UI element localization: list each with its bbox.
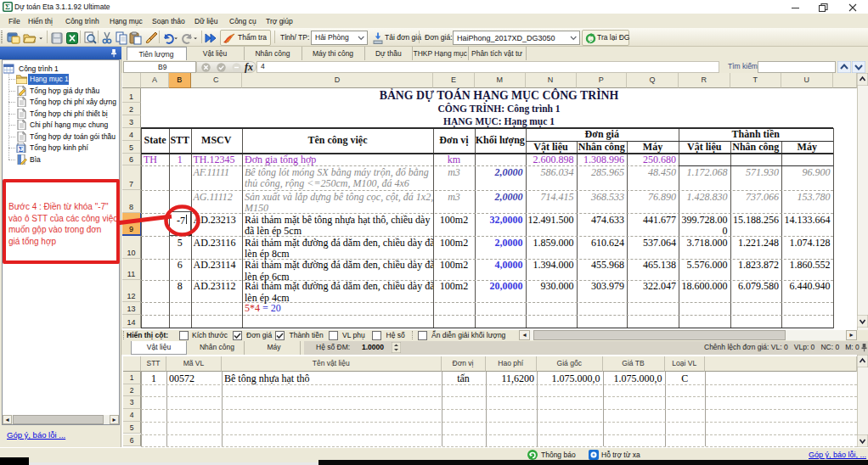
svg-text:Σ: Σ [19,146,23,154]
svg-text:Σ: Σ [5,3,10,11]
